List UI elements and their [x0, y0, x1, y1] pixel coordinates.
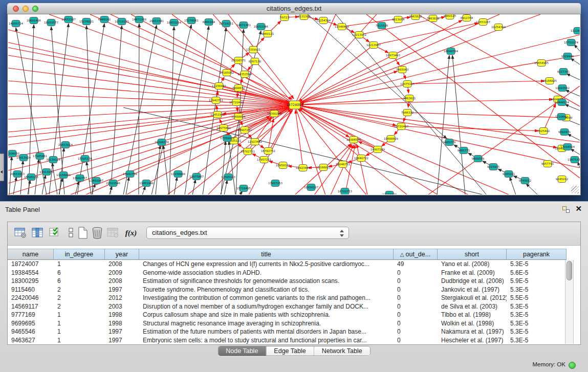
graph-node[interactable]: 20691406 [27, 17, 41, 24]
graph-node[interactable]: 20053346 [254, 24, 268, 30]
close-window-button[interactable] [13, 6, 19, 12]
close-panel-icon[interactable]: ✕ [575, 204, 582, 213]
memory-status-indicator[interactable] [569, 362, 576, 369]
graph-node[interactable]: 17185061 [33, 153, 47, 160]
graph-node[interactable]: 12213967 [366, 42, 381, 49]
graph-node[interactable]: 15654985 [534, 60, 549, 67]
graph-node[interactable]: 11451941 [210, 112, 225, 118]
graph-node[interactable]: 6466160 [98, 16, 111, 23]
tab-network-table[interactable]: Network Table [314, 346, 370, 356]
graph-node[interactable]: 59723 [280, 14, 289, 21]
zoom-window-button[interactable] [32, 6, 38, 12]
column-header-year[interactable]: year [105, 249, 139, 260]
scrollbar-thumb[interactable] [567, 261, 572, 280]
resize-grip[interactable] [571, 186, 579, 193]
table-column-icon[interactable] [31, 226, 45, 239]
graph-node[interactable]: 16648784 [444, 48, 458, 55]
table-row[interactable]: 1830029562008Estimation of significance … [8, 277, 567, 286]
graph-node[interactable]: 15276021 [79, 18, 94, 25]
graph-node[interactable]: 8912354 [461, 15, 473, 21]
graph-node[interactable]: 20206571 [231, 57, 246, 64]
graph-node[interactable]: 16782752 [261, 148, 275, 155]
table-row[interactable]: 946362711997Embryonic stem cells: a mode… [8, 336, 567, 345]
graph-node[interactable]: 12923442 [248, 139, 262, 145]
graph-node[interactable]: 7625402 [537, 128, 550, 135]
graph-node[interactable]: 15276061 [184, 17, 199, 24]
column-header-short[interactable]: short [438, 249, 507, 260]
network-canvas[interactable]: 1405572420691406180535771065328715276021… [7, 14, 581, 195]
graph-node[interactable]: 15751074 [564, 39, 578, 46]
graph-node[interactable]: 10653287 [61, 16, 76, 23]
graph-node[interactable]: 12923448 [382, 191, 397, 195]
graph-node[interactable]: 6466164 [203, 19, 215, 26]
graph-node[interactable]: 12923441 [296, 165, 310, 171]
graph-node[interactable]: 15720407 [394, 123, 408, 130]
table-settings-icon[interactable] [14, 226, 27, 239]
table-row[interactable]: 1938455462009Genome-wide association stu… [8, 269, 567, 277]
table-row[interactable]: 946554611997Estimation of the future num… [8, 327, 567, 336]
graph-node[interactable]: 10653284 [167, 19, 181, 26]
graph-node[interactable]: 15720401 [229, 99, 244, 106]
graph-node[interactable]: 39139124 [46, 157, 60, 163]
window-titlebar[interactable]: citations_edges.txt [7, 3, 581, 14]
graph-node[interactable]: 12975115 [400, 81, 415, 87]
graph-node[interactable]: 9245012 [556, 176, 569, 183]
graph-node[interactable]: 17957253 [268, 180, 282, 187]
function-builder-icon[interactable]: f(x) [124, 226, 138, 239]
graph-node[interactable]: 8813054 [392, 16, 405, 23]
tab-node-table[interactable]: Node Table [218, 346, 266, 356]
graph-node[interactable]: 18840722 [354, 155, 368, 162]
panel-collapse-handle[interactable] [0, 154, 4, 181]
graph-node[interactable]: 8131304 [298, 14, 311, 20]
table-row[interactable]: 969969511998Structural magnetic resonanc… [8, 319, 567, 328]
graph-node[interactable]: 20553013 [10, 171, 25, 178]
graph-node[interactable]: 20053341 [149, 18, 164, 25]
graph-node[interactable]: 11156888 [171, 171, 185, 178]
minimize-window-button[interactable] [23, 6, 29, 12]
tab-edge-table[interactable]: Edge Table [266, 346, 313, 356]
column-header-in_degree[interactable]: in_degree [54, 249, 105, 260]
graph-node[interactable]: 9227341 [557, 69, 570, 75]
graph-node[interactable]: 10975887 [189, 173, 204, 180]
graph-node[interactable]: 10254394 [491, 24, 506, 31]
graph-node[interactable]: 11675332 [568, 157, 580, 163]
graph-node[interactable]: 15913924 [16, 155, 31, 161]
graph-node[interactable]: 10688609 [384, 136, 398, 142]
network-graph[interactable]: 1405572420691406180535771065328715276021… [8, 14, 580, 194]
graph-node[interactable]: 7615526 [376, 23, 388, 29]
graph-node[interactable]: 9745012 [519, 178, 532, 184]
graph-node[interactable]: 10719151 [219, 20, 233, 27]
graph-node[interactable]: 14055724 [9, 20, 23, 27]
graph-node[interactable]: 9860125 [444, 14, 456, 19]
graph-node[interactable]: 15166821 [316, 164, 331, 171]
graph-node[interactable]: 11451948 [139, 180, 154, 187]
graph-node[interactable]: 18053577 [44, 19, 58, 26]
new-document-icon[interactable] [76, 226, 90, 239]
graph-node[interactable]: 11156889 [56, 172, 71, 179]
graph-node[interactable]: 16782753 [338, 188, 352, 195]
graph-node[interactable]: 15718485 [236, 185, 251, 192]
graph-node[interactable]: 7485063 [396, 67, 409, 73]
graph-node[interactable]: 9692971 [558, 129, 571, 136]
graph-node[interactable]: 13942758 [123, 171, 137, 178]
graph-node[interactable]: 12093582 [555, 85, 570, 92]
table-select-checks-icon[interactable] [49, 226, 62, 239]
delete-trash-icon[interactable] [91, 226, 104, 239]
column-header-out_de[interactable]: △out_de... [394, 249, 438, 260]
graph-node[interactable]: 10719155 [115, 18, 129, 25]
column-header-name[interactable]: name [8, 249, 54, 260]
graph-node[interactable]: 9860121 [262, 31, 274, 37]
column-header-pagerank[interactable]: pagerank [507, 249, 567, 260]
graph-node[interactable]: 10958101 [276, 162, 290, 169]
column-header-title[interactable]: title [139, 249, 394, 260]
graph-node[interactable]: 9963822 [409, 14, 422, 20]
table-row[interactable]: 911546021997Tourette syndrome. Phenomeno… [8, 286, 567, 294]
table-row[interactable]: 2242004622012Investigating the contribut… [8, 294, 567, 302]
graph-node[interactable]: 11128224 [571, 28, 580, 34]
graph-node[interactable]: 7986332 [401, 110, 414, 116]
table-selector-dropdown[interactable]: citations_edges.txt [146, 227, 349, 239]
graph-node[interactable]: 9329946 [561, 53, 574, 60]
graph-node[interactable]: 11653287 [476, 19, 490, 26]
graph-node[interactable]: 11254394 [316, 17, 331, 24]
graph-node[interactable]: 8267130 [249, 58, 262, 65]
